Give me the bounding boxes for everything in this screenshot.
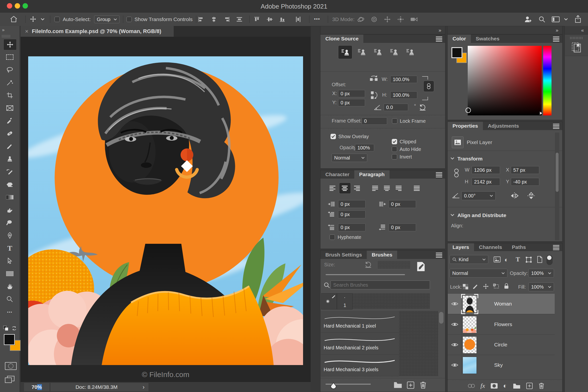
default-colors-icon[interactable]: [3, 325, 9, 331]
layer-row-sky[interactable]: Sky: [448, 355, 555, 375]
lock-all-icon[interactable]: [504, 283, 509, 289]
align-text-left-button[interactable]: [327, 183, 338, 193]
distribute-vertical-icon[interactable]: [295, 16, 301, 22]
layer-visibility-toggle[interactable]: [448, 335, 462, 355]
layer-name[interactable]: Circle: [494, 342, 508, 348]
height-field[interactable]: 2142 px: [472, 178, 500, 186]
tab-color[interactable]: Color: [448, 34, 471, 43]
layer-row-flowers[interactable]: Flowers: [448, 314, 555, 334]
tool-eyedropper[interactable]: [4, 116, 16, 126]
options-more-icon[interactable]: •••: [314, 17, 320, 22]
auto-select-checkbox[interactable]: [54, 17, 60, 22]
dock-drag-handle[interactable]: [570, 37, 583, 39]
tool-gradient[interactable]: [4, 192, 16, 202]
layer-row-woman[interactable]: Woman: [448, 294, 555, 314]
justify-all-button[interactable]: [412, 183, 422, 193]
panel-menu-icon[interactable]: [553, 245, 559, 250]
y-field[interactable]: -40 px: [511, 178, 539, 186]
tool-eraser[interactable]: [4, 179, 16, 190]
flip-horizontal-icon[interactable]: [510, 192, 519, 200]
tool-brush[interactable]: [4, 141, 16, 152]
search-brushes-input[interactable]: [330, 280, 430, 289]
section-chevron-icon[interactable]: [450, 157, 454, 160]
zoom-window-button[interactable]: [22, 3, 28, 8]
section-chevron-icon[interactable]: [450, 214, 454, 216]
toolbar-more-icon[interactable]: •••: [4, 306, 16, 317]
brush-size-slider[interactable]: [326, 274, 405, 275]
blend-mode-dropdown[interactable]: Normal: [450, 269, 508, 278]
overlay-opacity-field[interactable]: 100%: [355, 144, 374, 152]
zoom-level-field[interactable]: 70%: [24, 383, 50, 391]
document-tab-close-icon[interactable]: ×: [25, 28, 28, 35]
3d-roll-icon[interactable]: [370, 16, 378, 23]
indent-first-line-field[interactable]: 0 px: [338, 210, 366, 218]
canvas-artwork[interactable]: [28, 56, 303, 365]
brush-list-scrollbar-thumb[interactable]: [439, 312, 444, 324]
layer-thumbnail[interactable]: [462, 336, 477, 354]
layer-thumbnail[interactable]: [462, 316, 477, 333]
search-icon[interactable]: [538, 16, 545, 23]
justify-last-right-button[interactable]: [394, 183, 404, 193]
move-tool-preset-icon[interactable]: [30, 16, 36, 22]
layer-visibility-toggle[interactable]: [448, 294, 462, 314]
rotation-field[interactable]: 0.0: [384, 104, 408, 111]
close-window-button[interactable]: [7, 3, 12, 8]
new-brush-group-icon[interactable]: [394, 381, 402, 388]
filter-adjustment-icon[interactable]: ◐: [504, 256, 508, 264]
slider-thumb-icon[interactable]: [330, 382, 337, 389]
foreground-color-swatch[interactable]: [452, 47, 462, 58]
3d-orbit-icon[interactable]: [357, 16, 364, 23]
hyphenate-checkbox[interactable]: [330, 234, 335, 240]
tab-brushes[interactable]: Brushes: [367, 251, 397, 259]
tab-character[interactable]: Character: [320, 170, 354, 178]
tab-layers[interactable]: Layers: [448, 243, 474, 251]
show-overlay-checkbox[interactable]: [330, 134, 336, 139]
layer-visibility-toggle[interactable]: [448, 314, 462, 334]
doc-size-status[interactable]: Doc: 8.24M/38.3M ›: [50, 383, 148, 391]
brush-preset-hard-1[interactable]: 1: [337, 293, 352, 310]
link-dimensions-icon[interactable]: [454, 167, 459, 178]
tab-paragraph[interactable]: Paragraph: [354, 170, 390, 178]
3d-camera-icon[interactable]: [410, 16, 418, 22]
align-vertical-centers-icon[interactable]: [266, 16, 273, 22]
tab-adjustments[interactable]: Adjustments: [483, 122, 524, 130]
clone-source-1-button[interactable]: [338, 45, 352, 59]
tool-quick-selection[interactable]: [4, 77, 16, 88]
lock-artboard-icon[interactable]: [493, 284, 500, 289]
fill-dropdown[interactable]: 100%: [528, 282, 554, 291]
filter-pixel-icon[interactable]: [494, 256, 500, 262]
delete-layer-icon[interactable]: [538, 382, 545, 389]
align-right-edges-icon[interactable]: [224, 16, 230, 22]
auto-select-scope-dropdown[interactable]: Group: [94, 16, 120, 23]
panel-menu-icon[interactable]: [436, 36, 442, 41]
justify-last-left-button[interactable]: [370, 183, 381, 193]
x-field[interactable]: 57 px: [511, 166, 539, 174]
width-field[interactable]: 1206 px: [472, 166, 500, 174]
tool-preset-chevron-icon[interactable]: [41, 18, 44, 20]
space-after-field[interactable]: 0 px: [388, 224, 416, 231]
layer-name[interactable]: Woman: [494, 301, 512, 307]
link-wh-button[interactable]: [423, 80, 434, 92]
tool-rectangular-marquee[interactable]: [4, 52, 16, 62]
opacity-dropdown[interactable]: 100%: [528, 269, 554, 278]
tool-history-brush[interactable]: [4, 166, 16, 177]
add-layer-mask-icon[interactable]: [490, 383, 498, 389]
document-tab[interactable]: × FileInfo.com Example.psd @ 70% (Woman,…: [20, 26, 174, 37]
invert-checkbox[interactable]: [392, 154, 397, 160]
show-transform-checkbox[interactable]: [126, 17, 132, 22]
align-text-right-button[interactable]: [352, 183, 362, 193]
canvas-area[interactable]: © FileInfo.com: [20, 37, 311, 382]
foreground-color-swatch[interactable]: [4, 334, 15, 345]
tool-type[interactable]: T: [4, 243, 16, 254]
workspace-chevron-icon[interactable]: [564, 18, 568, 20]
tab-paths[interactable]: Paths: [507, 243, 531, 251]
layer-visibility-toggle[interactable]: [448, 355, 462, 375]
status-chevron-icon[interactable]: ›: [142, 384, 144, 390]
saturation-brightness-picker[interactable]: [468, 46, 542, 116]
clone-source-5-button[interactable]: [403, 45, 417, 58]
new-layer-icon[interactable]: [526, 382, 533, 389]
tool-path-select[interactable]: [4, 256, 16, 266]
tab-brush-settings[interactable]: Brush Settings: [320, 251, 367, 259]
rotation-dropdown[interactable]: 0.00°: [461, 191, 496, 200]
tool-zoom[interactable]: [4, 294, 16, 304]
